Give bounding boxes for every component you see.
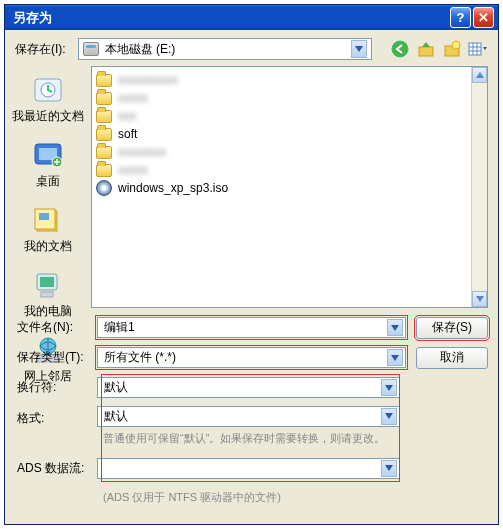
folder-icon [96, 128, 112, 141]
file-name: xxxxxxxxxx [118, 73, 178, 87]
chevron-down-icon [381, 379, 397, 396]
place-mydocs[interactable]: 我的文档 [10, 200, 86, 263]
place-label: 桌面 [10, 173, 86, 190]
svg-rect-18 [40, 277, 54, 287]
filetype-label: 保存类型(T): [15, 349, 97, 366]
list-item[interactable]: xxxxx [96, 89, 483, 107]
nav-newfolder-button[interactable] [442, 39, 462, 59]
cancel-button[interactable]: 取消 [416, 347, 488, 369]
svg-rect-16 [39, 213, 49, 220]
file-name: xxxxx [118, 91, 148, 105]
format-value: 默认 [104, 408, 128, 425]
linebreak-select[interactable]: 默认 [97, 377, 400, 398]
scroll-track[interactable] [472, 83, 487, 291]
form-area: 文件名(N): 编辑1 保存(S) 保存类型(T): 所有文件 (*.*) 取消 [5, 312, 498, 524]
list-item[interactable]: xxxxxxxx [96, 143, 483, 161]
list-item[interactable]: xxxxx [96, 161, 483, 179]
drive-text: 本地磁盘 (E:) [105, 41, 176, 58]
svg-rect-4 [469, 43, 481, 55]
ads-hint: (ADS 仅用于 NTFS 驱动器中的文件) [97, 486, 400, 509]
linebreak-label: 换行符: [15, 379, 97, 396]
nav-view-button[interactable] [468, 39, 488, 59]
folder-icon [96, 146, 112, 159]
place-recent[interactable]: 我最近的文档 [10, 70, 86, 133]
chevron-down-icon [381, 408, 397, 425]
format-select[interactable]: 默认 [97, 406, 400, 427]
vertical-scrollbar[interactable] [471, 67, 487, 307]
cancel-button-label: 取消 [440, 349, 464, 366]
file-name: xxxxx [118, 163, 148, 177]
svg-rect-1 [419, 47, 433, 56]
list-item[interactable]: xxxxxxxxxx [96, 71, 483, 89]
file-name: xxxxxxxx [118, 145, 166, 159]
file-name: windows_xp_sp3.iso [118, 181, 228, 195]
list-item[interactable]: xxx [96, 107, 483, 125]
filename-label: 文件名(N): [15, 319, 97, 336]
recent-icon [30, 74, 66, 106]
iso-icon [96, 180, 112, 196]
save-button-label: 保存(S) [432, 319, 472, 336]
places-bar: 我最近的文档 桌面 我的文档 我的电脑 [5, 64, 91, 312]
place-label: 我最近的文档 [10, 108, 86, 125]
scroll-down-button[interactable] [472, 291, 487, 307]
list-item[interactable]: soft [96, 125, 483, 143]
svg-rect-19 [41, 292, 53, 297]
help-button[interactable]: ? [450, 7, 471, 28]
file-name: xxx [118, 109, 136, 123]
scroll-up-button[interactable] [472, 67, 487, 83]
save-button[interactable]: 保存(S) [416, 317, 488, 339]
save-as-dialog: 另存为 ? ✕ 保存在(I): 本地磁盘 (E:) [4, 4, 499, 525]
svg-point-3 [452, 41, 460, 49]
close-button[interactable]: ✕ [473, 7, 494, 28]
folder-icon [96, 92, 112, 105]
list-item[interactable]: windows_xp_sp3.iso [96, 179, 483, 197]
titlebar: 另存为 ? ✕ [5, 5, 498, 30]
file-name: soft [118, 127, 137, 141]
nav-up-button[interactable] [416, 39, 436, 59]
mydocs-icon [30, 204, 66, 236]
drive-select[interactable]: 本地磁盘 (E:) [78, 38, 372, 60]
chevron-down-icon [387, 349, 403, 366]
nav-icons [390, 39, 488, 59]
filetype-value: 所有文件 (*.*) [104, 349, 176, 366]
filename-input[interactable]: 编辑1 [97, 317, 406, 338]
linebreak-value: 默认 [104, 379, 128, 396]
save-in-label: 保存在(I): [15, 41, 70, 58]
help-icon: ? [457, 10, 465, 25]
place-desktop[interactable]: 桌面 [10, 135, 86, 198]
location-bar: 保存在(I): 本地磁盘 (E:) [5, 30, 498, 64]
folder-icon [96, 110, 112, 123]
drive-icon [83, 42, 99, 56]
main-area: 我最近的文档 桌面 我的文档 我的电脑 [5, 64, 498, 312]
ads-select[interactable] [97, 458, 400, 479]
svg-point-0 [392, 41, 408, 57]
mycomp-icon [30, 269, 66, 301]
place-label: 我的文档 [10, 238, 86, 255]
chevron-down-icon [381, 460, 397, 477]
filename-value: 编辑1 [104, 319, 135, 336]
format-hint: 普通使用可保留“默认”。如果保存时需要转换，则请更改。 [97, 427, 400, 450]
format-label: 格式: [15, 406, 97, 427]
close-icon: ✕ [478, 10, 489, 25]
chevron-down-icon [351, 40, 367, 58]
folder-icon [96, 74, 112, 87]
nav-back-button[interactable] [390, 39, 410, 59]
filetype-select[interactable]: 所有文件 (*.*) [97, 347, 406, 368]
desktop-icon [30, 139, 66, 171]
file-list[interactable]: xxxxxxxxxx xxxxx xxx soft xxxxxxxx xxxxx… [91, 66, 488, 308]
folder-icon [96, 164, 112, 177]
chevron-down-icon [387, 319, 403, 336]
window-title: 另存为 [13, 9, 448, 27]
ads-label: ADS 数据流: [15, 460, 97, 477]
